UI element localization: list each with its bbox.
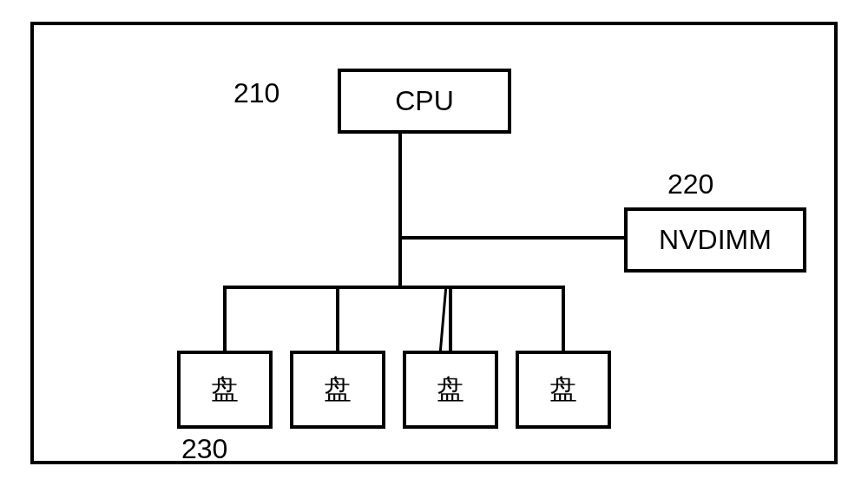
connector-line	[336, 286, 339, 354]
nvdimm-node: NVDIMM	[624, 207, 806, 273]
disk-node: 盘	[290, 351, 385, 429]
disk-label: 盘	[549, 371, 577, 409]
connector-line	[398, 236, 402, 288]
disk-node: 盘	[516, 351, 611, 429]
ref-label-nvdimm: 220	[667, 168, 713, 200]
cpu-node: CPU	[338, 69, 511, 134]
disk-node: 盘	[177, 351, 273, 429]
connector-line	[562, 286, 565, 354]
nvdimm-label: NVDIMM	[659, 224, 772, 256]
connector-line	[223, 286, 565, 289]
disk-node: 盘	[403, 351, 498, 429]
ref-label-disk: 230	[181, 433, 227, 465]
connector-line	[449, 286, 452, 354]
connector-line	[223, 286, 227, 354]
connector-line	[398, 236, 628, 240]
connector-line	[439, 286, 448, 354]
disk-label: 盘	[437, 371, 464, 409]
disk-label: 盘	[324, 371, 352, 409]
connector-line	[398, 134, 402, 238]
cpu-label: CPU	[395, 85, 454, 117]
ref-label-cpu: 210	[233, 77, 279, 109]
disk-label: 盘	[211, 371, 239, 409]
diagram-frame: 210 CPU 220 NVDIMM 盘 盘 盘 盘 230	[30, 22, 838, 464]
